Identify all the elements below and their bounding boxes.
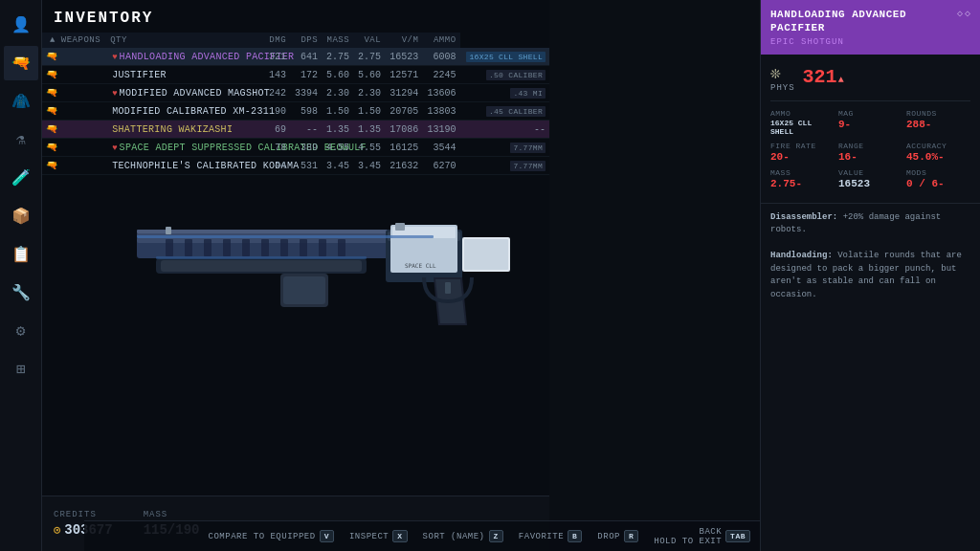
mods-icon[interactable]: 🔧 (4, 276, 38, 310)
table-row[interactable]: 🔫MODIFIED CALIBRATED XM-2311905981.501.5… (42, 102, 549, 121)
col-header-vm: V/M (385, 33, 422, 48)
action-item: COMPARE TO EQUIPPEDV (209, 530, 334, 542)
all-icon[interactable]: ⊞ (4, 352, 38, 386)
stat-ammo: AMMO 16X25 CLL SHELL (770, 109, 835, 136)
ammo-badge: 7.77MM (510, 143, 546, 153)
weapon-stat-cell: 1.50 (353, 102, 385, 121)
misc-icon[interactable]: 📦 (4, 199, 38, 233)
action-key[interactable]: X (392, 530, 407, 542)
svg-rect-19 (388, 231, 460, 241)
rounds-stat-label: ROUNDS (906, 109, 970, 118)
ammo-cell: .43 MI (460, 84, 549, 102)
action-item: FAVORITEB (519, 530, 583, 542)
col-header-mass: MASS (322, 33, 353, 48)
phys-section: ❊ PHYS 321▲ (770, 62, 970, 101)
weapon-name-text: MODIFIED CALIBRATED XM-2311 (112, 106, 275, 117)
action-label: INSPECT (349, 532, 389, 541)
action-label: DROP (597, 532, 620, 541)
table-row[interactable]: 🔫SHATTERING WAKIZASHI69--1.351.351708613… (42, 121, 549, 139)
action-key[interactable]: R (624, 530, 638, 542)
svg-rect-28 (166, 227, 171, 234)
weapon-stat-cell: 2.75 (353, 48, 385, 66)
svg-rect-16 (156, 258, 367, 274)
ammo-badge: .50 CALIBER (486, 70, 546, 80)
table-row[interactable]: 🔫♥HANDLOADING ADVANCED PACIFIER3216412.7… (42, 48, 549, 66)
col-header-weapons[interactable]: ▲ WEAPONS (42, 33, 106, 48)
weapon-stat-cell: 3.45 (322, 157, 353, 175)
col-header-ammo: AMMO (422, 33, 459, 48)
svg-rect-24 (462, 237, 510, 272)
mods-label: MODS (906, 168, 970, 177)
ammo-cell: 7.77MM (460, 157, 549, 175)
weapons-table-container[interactable]: ▲ WEAPONS QTY DMG DPS MASS VAL V/M AMMO … (42, 33, 549, 175)
weapon-stat-cell: 641 (290, 48, 322, 66)
weapon-row-icon: 🔫 (42, 102, 106, 121)
stat-mag: MAG 9- (838, 109, 902, 136)
weapon-stat-cell: 5.60 (322, 66, 353, 84)
weapon-name-cell: SHATTERING WAKIZASHI (106, 121, 264, 139)
action-key[interactable]: Z (489, 530, 503, 542)
detail-description: Disassembler: +20% damage against robots… (761, 203, 980, 310)
ammo-badge: .45 CALIBER (486, 106, 546, 117)
weapon-stat-cell: 3544 (422, 139, 459, 157)
desc-disassembler: Disassembler: (770, 212, 837, 222)
stat-accuracy: ACCURACY 45.0%- (906, 142, 970, 163)
action-key[interactable]: TAB (725, 530, 750, 542)
action-key[interactable]: V (320, 530, 334, 542)
svg-rect-2 (166, 239, 173, 256)
favorite-icon: ♥ (112, 89, 117, 99)
inventory-title: INVENTORY (42, 0, 549, 33)
gun-icon: 🔫 (46, 88, 57, 99)
gun-icon: 🔫 (46, 106, 57, 117)
apparel-icon[interactable]: 🧥 (4, 84, 38, 119)
weapon-stat-cell: 4.55 (353, 139, 385, 157)
weapon-name-cell: TECHNOPHILE'S CALIBRATED KODAMA (106, 157, 264, 175)
weapons-table: ▲ WEAPONS QTY DMG DPS MASS VAL V/M AMMO … (42, 33, 549, 175)
phys-icon: ❊ (770, 62, 795, 83)
weapon-row-icon: 🔫 (42, 66, 106, 84)
table-row[interactable]: 🔫♥MODIFIED ADVANCED MAGSHOT24233942.302.… (42, 84, 549, 102)
action-item: INSPECTX (349, 530, 408, 542)
sidebar: 👤🔫🧥⚗🧪📦📋🔧⚙⊞ (0, 0, 42, 551)
favorite-icon: ♥ (112, 143, 117, 153)
resources-icon[interactable]: 🧪 (4, 161, 38, 195)
table-row[interactable]: 🔫TECHNOPHILE'S CALIBRATED KODAMA445313.4… (42, 157, 549, 175)
ammo-cell: 16X25 CLL SHELL (460, 48, 549, 66)
weapon-row-icon: 🔫 (42, 157, 106, 175)
col-header-val: VAL (353, 33, 385, 48)
weapon-stat-cell: 1.35 (322, 121, 353, 139)
detail-header: HANDLOADING ADVANCED PACIFIER EPIC SHOTG… (761, 0, 980, 55)
weapon-stat-cell: 1.35 (353, 121, 385, 139)
weapon-row-icon: 🔫 (42, 48, 106, 66)
svg-rect-21 (392, 227, 456, 238)
mass-stat-label: MASS (770, 168, 835, 177)
table-row[interactable]: 🔫JUSTIFIER1431725.605.60125712245.50 CAL… (42, 66, 549, 84)
svg-rect-6 (242, 239, 250, 256)
stats-grid: AMMO 16X25 CLL SHELL MAG 9- ROUNDS 288- … (770, 109, 970, 189)
accuracy-value: 45.0%- (906, 151, 970, 163)
settings-icon[interactable]: ⚙ (4, 314, 38, 348)
data-icon[interactable]: 📋 (4, 237, 38, 272)
weapon-name-cell: JUSTIFIER (106, 66, 264, 84)
weapon-stat-cell: 4.55 (322, 139, 353, 157)
weapon-stat-cell: 598 (290, 102, 322, 121)
value-stat-value: 16523 (838, 178, 902, 189)
aid-icon[interactable]: ⚗ (4, 122, 38, 157)
character-icon[interactable]: 👤 (4, 8, 38, 42)
stat-range: RANGE 16- (838, 142, 902, 163)
stat-mods: MODS 0 / 6- (906, 168, 970, 189)
svg-rect-31 (156, 256, 367, 259)
weapon-name-text: SHATTERING WAKIZASHI (112, 124, 233, 135)
svg-rect-0 (137, 237, 434, 258)
range-label: RANGE (838, 142, 902, 150)
svg-rect-8 (280, 239, 288, 256)
detail-panel: HANDLOADING ADVANCED PACIFIER EPIC SHOTG… (760, 0, 980, 551)
inventory-panel: INVENTORY ▲ WEAPONS QTY DMG DPS MASS VAL… (42, 0, 549, 551)
table-row[interactable]: 🔫♥SPACE ADEPT SUPPRESSED CALIBRATED BEOW… (42, 139, 549, 157)
gun-icon: 🔫 (46, 70, 57, 80)
svg-rect-4 (204, 239, 212, 256)
col-header-qty: QTY (106, 33, 264, 48)
action-key[interactable]: B (568, 530, 582, 542)
weapons-icon[interactable]: 🔫 (4, 46, 38, 80)
weapon-stat-cell: 13803 (422, 102, 459, 121)
